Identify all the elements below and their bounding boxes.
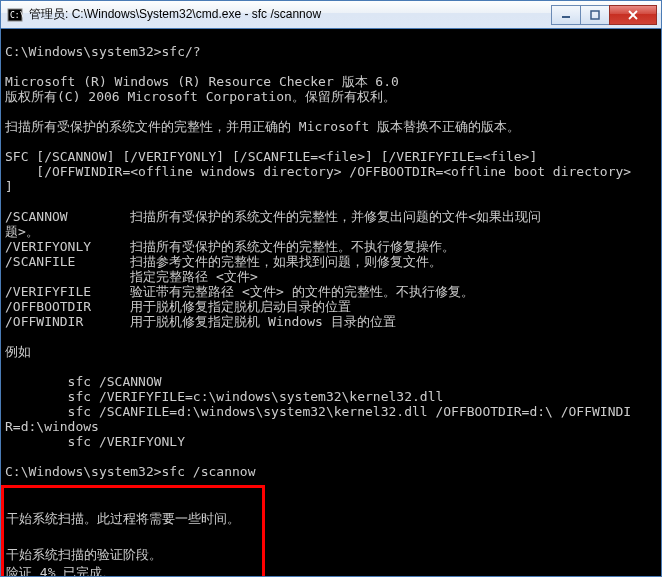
output-line: sfc /SCANFILE=d:\windows\system32\kernel… xyxy=(5,404,631,419)
svg-text:C:\: C:\ xyxy=(10,11,23,20)
output-line: 题>。 xyxy=(5,224,39,239)
output-line: /SCANFILE 扫描参考文件的完整性，如果找到问题，则修复文件。 xyxy=(5,254,442,269)
highlighted-output: 干始系统扫描。此过程将需要一些时间。 干始系统扫描的验证阶段。 险证 4% 已完… xyxy=(1,485,265,576)
output-line: sfc /VERIFYONLY xyxy=(5,434,185,449)
window-title: 管理员: C:\Windows\System32\cmd.exe - sfc /… xyxy=(29,6,552,23)
minimize-button[interactable] xyxy=(551,5,581,25)
output-line: R=d:\windows xyxy=(5,419,99,434)
output-line: 版权所有(C) 2006 Microsoft Corporation。保留所有权… xyxy=(5,89,396,104)
svg-rect-3 xyxy=(591,11,599,19)
output-line: 干始系统扫描的验证阶段。 xyxy=(6,547,162,562)
cmd-icon: C:\ xyxy=(7,7,23,23)
output-line: 扫描所有受保护的系统文件的完整性，并用正确的 Microsoft 版本替换不正确… xyxy=(5,119,520,134)
output-line: /VERIFYFILE 验证带有完整路径 <文件> 的文件的完整性。不执行修复。 xyxy=(5,284,474,299)
output-line: /OFFWINDIR 用于脱机修复指定脱机 Windows 目录的位置 xyxy=(5,314,396,329)
svg-rect-2 xyxy=(562,16,570,18)
output-line: 险证 4% 已完成。 xyxy=(6,565,115,576)
output-line: 例如 xyxy=(5,344,31,359)
output-line: /SCANNOW 扫描所有受保护的系统文件的完整性，并修复出问题的文件<如果出现… xyxy=(5,209,541,224)
output-line: Microsoft (R) Windows (R) Resource Check… xyxy=(5,74,399,89)
output-line: /VERIFYONLY 扫描所有受保护的系统文件的完整性。不执行修复操作。 xyxy=(5,239,455,254)
output-line: SFC [/SCANNOW] [/VERIFYONLY] [/SCANFILE=… xyxy=(5,149,537,164)
close-button[interactable] xyxy=(609,5,657,25)
cmd-window: C:\ 管理员: C:\Windows\System32\cmd.exe - s… xyxy=(0,0,662,577)
minimize-icon xyxy=(561,10,571,20)
output-line: /OFFBOOTDIR 用于脱机修复指定脱机启动目录的位置 xyxy=(5,299,351,314)
window-controls xyxy=(552,5,657,25)
maximize-button[interactable] xyxy=(580,5,610,25)
maximize-icon xyxy=(590,10,600,20)
output-line: 指定完整路径 <文件> xyxy=(5,269,258,284)
output-line: ] xyxy=(5,179,13,194)
terminal-output[interactable]: C:\Windows\system32>sfc/? Microsoft (R) … xyxy=(1,29,661,576)
close-icon xyxy=(627,9,639,21)
output-line: sfc /VERIFYFILE=c:\windows\system32\kern… xyxy=(5,389,443,404)
output-line: [/OFFWINDIR=<offline windows directory> … xyxy=(5,164,631,179)
output-line: sfc /SCANNOW xyxy=(5,374,162,389)
titlebar[interactable]: C:\ 管理员: C:\Windows\System32\cmd.exe - s… xyxy=(1,1,661,29)
prompt-line: C:\Windows\system32>sfc/? xyxy=(5,44,201,59)
output-line: 干始系统扫描。此过程将需要一些时间。 xyxy=(6,511,240,526)
prompt-line: C:\Windows\system32>sfc /scannow xyxy=(5,464,255,479)
